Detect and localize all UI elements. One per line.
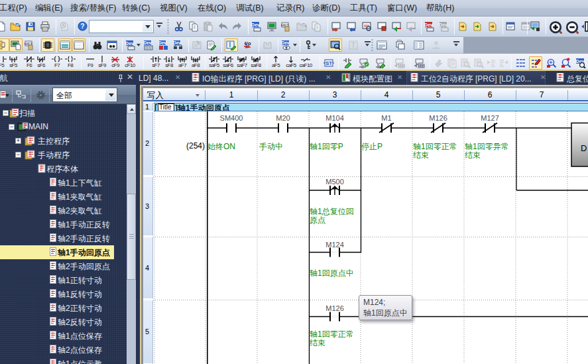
svg-text:M126: M126 [429, 114, 447, 122]
svg-text:轴1回零P: 轴1回零P [310, 142, 343, 151]
svg-text:结束: 结束 [465, 151, 481, 160]
svg-text:M127: M127 [481, 114, 499, 122]
svg-text:I: I [229, 41, 231, 48]
svg-text:Dev: Dev [173, 40, 181, 45]
svg-text:ST: ST [325, 60, 332, 66]
svg-text:M1: M1 [381, 114, 391, 122]
svg-text:D: D [581, 143, 587, 153]
svg-text:轴1回零正常: 轴1回零正常 [413, 142, 457, 151]
svg-text:轴1回零正常: 轴1回零正常 [310, 330, 354, 339]
svg-text:Dev: Dev [144, 40, 152, 45]
svg-text:原点: 原点 [310, 215, 325, 225]
svg-text:轴1回零异常: 轴1回零异常 [465, 142, 509, 151]
svg-text:结束: 结束 [310, 338, 325, 347]
svg-text:Dev: Dev [251, 23, 260, 27]
svg-text:轴1回原点中: 轴1回原点中 [310, 269, 354, 278]
svg-text:M500: M500 [325, 178, 344, 186]
svg-text:Dev: Dev [424, 23, 433, 27]
svg-text:Dev: Dev [158, 40, 166, 45]
svg-text:?: ? [80, 23, 84, 30]
svg-text:始终ON: 始终ON [207, 142, 235, 151]
svg-text:M124: M124 [325, 241, 344, 249]
svg-text:M126: M126 [325, 304, 344, 312]
svg-text:结束: 结束 [413, 151, 429, 160]
svg-text:Dev: Dev [125, 41, 134, 46]
svg-text:Dev: Dev [282, 40, 290, 45]
svg-text:Dev: Dev [439, 23, 447, 27]
svg-text:M104: M104 [325, 114, 344, 122]
svg-text:(254): (254) [186, 141, 205, 151]
svg-text:M20: M20 [276, 114, 290, 122]
svg-text:手动中: 手动中 [259, 142, 283, 151]
svg-text:T: T [351, 42, 355, 49]
svg-text:轴1总复位回: 轴1总复位回 [310, 207, 354, 216]
svg-text:停止P: 停止P [361, 142, 382, 151]
svg-text:SM400: SM400 [220, 114, 243, 122]
